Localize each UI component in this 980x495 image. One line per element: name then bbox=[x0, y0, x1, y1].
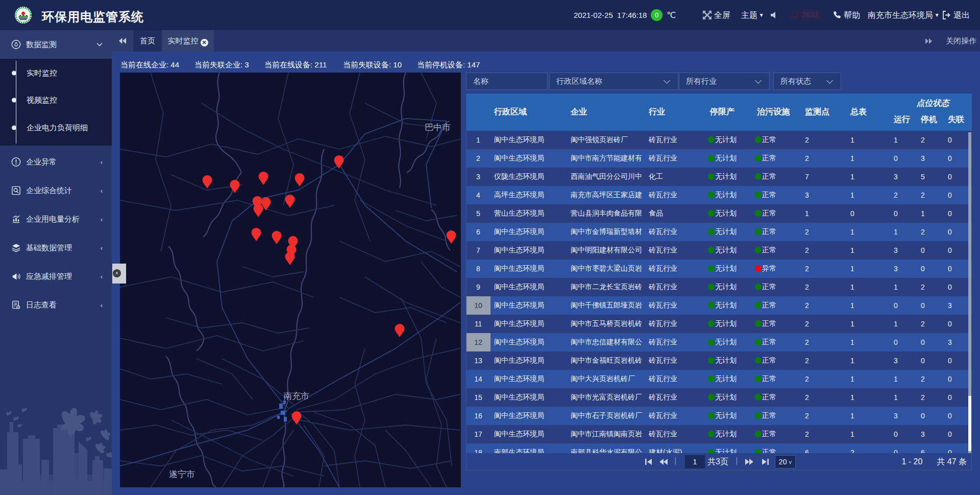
svg-text:南充市: 南充市 bbox=[283, 391, 309, 401]
svg-text:遂宁市: 遂宁市 bbox=[169, 469, 195, 479]
svg-text:巴中市: 巴中市 bbox=[425, 123, 451, 132]
